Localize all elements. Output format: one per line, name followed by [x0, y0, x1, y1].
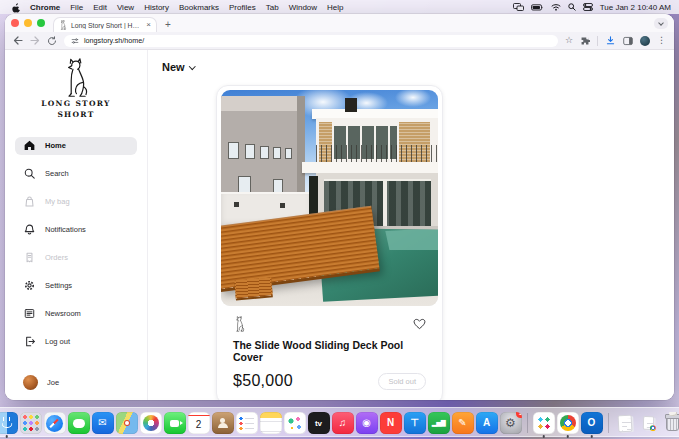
sort-dropdown[interactable]: New	[162, 61, 674, 73]
chevron-down-icon	[189, 63, 195, 69]
sidebar-item-label: Orders	[45, 253, 68, 262]
site-settings-icon[interactable]	[71, 37, 79, 45]
new-tab-button[interactable]: +	[165, 17, 171, 32]
browser-tab[interactable]: Long Story Short | Home ×	[53, 17, 157, 32]
menu-bookmarks[interactable]: Bookmarks	[174, 3, 224, 12]
tab-strip: Long Story Short | Home × +	[5, 14, 674, 32]
side-panel-icon[interactable]	[623, 32, 633, 50]
user-profile[interactable]: Joe	[15, 375, 137, 390]
dock-slack[interactable]	[533, 412, 555, 434]
wifi-icon[interactable]	[551, 3, 561, 11]
apple-menu-icon[interactable]	[8, 2, 25, 13]
photo-window	[273, 147, 281, 159]
close-window-button[interactable]	[11, 19, 19, 27]
dock-maps[interactable]	[116, 412, 138, 434]
dock-downloads-stack[interactable]	[638, 412, 660, 434]
apple-tv-icon: tv	[308, 412, 330, 434]
tab-close-icon[interactable]: ×	[146, 21, 151, 29]
sidebar-item-log-out[interactable]: Log out	[15, 333, 137, 351]
menu-help[interactable]: Help	[322, 3, 348, 12]
spotlight-search-icon[interactable]	[568, 3, 576, 11]
control-center-icon[interactable]	[583, 3, 593, 11]
dock-calendar[interactable]: 2	[188, 412, 210, 434]
dock-notes[interactable]	[260, 412, 282, 434]
dock-finder[interactable]	[0, 412, 18, 434]
favorite-heart-icon[interactable]	[413, 318, 426, 330]
product-price: $50,000	[233, 372, 293, 390]
dock-news[interactable]: N	[380, 412, 402, 434]
menu-history[interactable]: History	[139, 3, 174, 12]
forward-button[interactable]	[30, 36, 40, 45]
reload-button[interactable]	[47, 36, 57, 46]
dock-tv[interactable]: tv	[308, 412, 330, 434]
dock-facetime[interactable]	[164, 412, 186, 434]
tab-title: Long Story Short | Home	[71, 22, 142, 29]
sidebar-item-orders[interactable]: Orders	[15, 249, 137, 267]
product-card[interactable]: The Slide Wood Sliding Deck Pool Cover $…	[216, 85, 443, 400]
dock-numbers[interactable]: ▂▅▇	[428, 412, 450, 434]
brand-logo[interactable]: LONG STORY SHORT	[15, 58, 137, 121]
sidebar-item-settings[interactable]: Settings	[15, 277, 137, 295]
menu-edit[interactable]: Edit	[88, 3, 112, 12]
bookmark-star-icon[interactable]: ☆	[565, 36, 573, 45]
screen-mirroring-icon[interactable]	[513, 3, 524, 11]
menu-app-name[interactable]: Chrome	[25, 3, 65, 12]
sidebar-item-search[interactable]: Search	[15, 165, 137, 183]
bag-icon	[23, 195, 36, 208]
dock-keynote[interactable]: ⊤	[404, 412, 426, 434]
dock-chrome[interactable]	[557, 412, 579, 434]
dock-trash[interactable]	[662, 412, 679, 434]
dock-launchpad[interactable]	[20, 412, 42, 434]
dock-safari[interactable]	[44, 412, 66, 434]
macos-dock: ✉ 2 tv ♫ ◉ N ⊤ ▂▅▇ ✎ A ⚙1 O	[0, 407, 679, 437]
sidebar-item-notifications[interactable]: Notifications	[15, 221, 137, 239]
minimize-window-button[interactable]	[24, 19, 32, 27]
dock-mail[interactable]: ✉	[92, 412, 114, 434]
app-store-icon: A	[476, 412, 498, 434]
photo-chimney	[345, 98, 357, 112]
dock-photos[interactable]	[140, 412, 162, 434]
menu-tab[interactable]: Tab	[261, 3, 284, 12]
extensions-icon[interactable]	[580, 32, 590, 50]
maps-icon	[116, 412, 138, 434]
chrome-menu-icon[interactable]: ⋮	[657, 36, 666, 45]
dock-messages[interactable]	[68, 412, 90, 434]
battery-icon[interactable]	[531, 4, 544, 11]
zoom-window-button[interactable]	[37, 19, 45, 27]
menu-bar-clock[interactable]: Tue Jan 2 10:40 AM	[600, 3, 671, 12]
dock-podcasts[interactable]: ◉	[356, 412, 378, 434]
sidebar-item-newsroom[interactable]: Newsroom	[15, 305, 137, 323]
dock-outlook[interactable]: O	[581, 412, 603, 434]
dock-divider	[608, 413, 609, 433]
dock-reminders[interactable]	[236, 412, 258, 434]
trash-icon	[662, 412, 679, 434]
sidebar-item-my-bag[interactable]: My bag	[15, 193, 137, 211]
profile-avatar[interactable]	[640, 36, 650, 46]
dock-app-store[interactable]: A	[476, 412, 498, 434]
dock-freeform[interactable]	[284, 412, 306, 434]
address-bar[interactable]: longstory.sh/home/	[64, 35, 558, 47]
sidebar-item-home[interactable]: Home	[15, 137, 137, 155]
url-text: longstory.sh/home/	[84, 36, 144, 45]
chrome-icon	[557, 412, 579, 434]
home-icon	[23, 139, 36, 152]
brand-line-1: LONG STORY	[41, 98, 111, 109]
menu-file[interactable]: File	[65, 3, 88, 12]
dock-music[interactable]: ♫	[332, 412, 354, 434]
dock-pages[interactable]: ✎	[452, 412, 474, 434]
product-card-footer: The Slide Wood Sliding Deck Pool Cover $…	[221, 306, 438, 400]
menu-view[interactable]: View	[112, 3, 139, 12]
menu-profiles[interactable]: Profiles	[224, 3, 261, 12]
dock-contacts[interactable]	[212, 412, 234, 434]
dock-documents-stack[interactable]	[614, 412, 636, 434]
photo-window	[273, 179, 283, 193]
slack-icon	[533, 412, 555, 434]
download-icon[interactable]	[605, 32, 616, 50]
downloads-icon	[638, 412, 660, 434]
dock-system-settings[interactable]: ⚙1	[500, 412, 522, 434]
tab-search-button[interactable]	[654, 18, 668, 29]
menu-window[interactable]: Window	[284, 3, 322, 12]
photo-pool-steps	[385, 228, 438, 250]
podcasts-icon: ◉	[356, 412, 378, 434]
back-button[interactable]	[13, 36, 23, 45]
